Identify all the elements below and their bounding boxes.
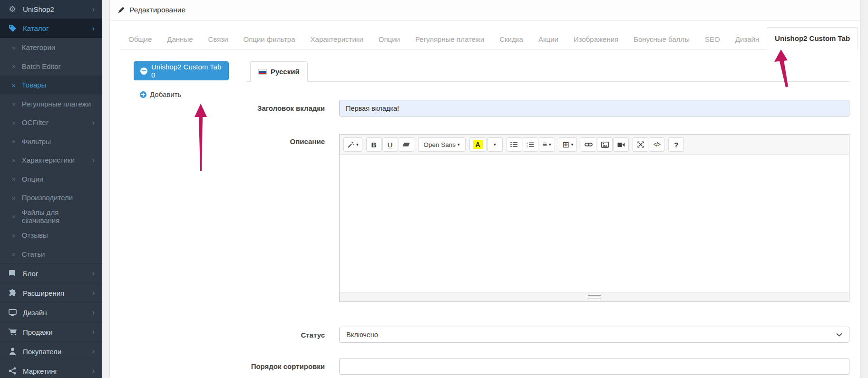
tab-design[interactable]: Дизайн [728, 29, 767, 49]
sidebar-item-catalog[interactable]: Каталог › [0, 19, 102, 38]
status-row: Статус Включено [246, 327, 849, 343]
description-label: Описание [246, 134, 339, 145]
text-color-dropdown-button[interactable]: ▾ [487, 137, 503, 152]
cart-icon [8, 328, 17, 336]
sidebar-item-extensions[interactable]: Расширения › [0, 283, 102, 302]
select-chevron-icon [836, 333, 842, 337]
main-content: Редактирование Общие Данные Связи Опции … [102, 0, 868, 378]
sidebar-item-customers[interactable]: Покупатели › [0, 341, 102, 361]
sidebar-item-filters[interactable]: » Фильтры [0, 132, 102, 151]
sidebar-item-unishop2[interactable]: ⚙ UniShop2 › [0, 0, 102, 19]
help-button[interactable]: ? [668, 137, 684, 152]
rich-text-editor: ▾ B U [339, 134, 849, 302]
double-angle-icon: » [12, 156, 16, 164]
double-angle-icon: » [12, 213, 16, 220]
sidebar-item-design[interactable]: Дизайн › [0, 302, 102, 322]
monitor-icon [8, 309, 17, 316]
bold-button[interactable]: B [366, 137, 382, 152]
russian-flag-icon [258, 69, 267, 75]
font-family-button[interactable]: Open Sans ▾ [418, 137, 466, 152]
sidebar-item-ocfilter[interactable]: » OCFilter › [0, 113, 102, 132]
tab-images[interactable]: Изображения [566, 29, 626, 49]
custom-tab-0-button[interactable]: Unishop2 Custom Tab 0 [134, 61, 229, 80]
tab-general[interactable]: Общие [121, 29, 159, 49]
tab-title-row: Заголовок вкладки [246, 100, 849, 116]
chevron-right-icon: › [92, 156, 95, 164]
sidebar-item-products[interactable]: » Товары [0, 76, 102, 95]
panel-header: Редактирование [110, 0, 860, 20]
unordered-list-button[interactable] [507, 137, 522, 152]
tab-language-russian[interactable]: Русский [250, 61, 308, 82]
tab-filter-options[interactable]: Опции фильтра [236, 29, 303, 49]
sidebar-item-attributes[interactable]: » Характеристики › [0, 151, 102, 170]
tab-reward-points[interactable]: Бонусные баллы [626, 29, 697, 49]
caret-down-icon: ▾ [549, 142, 551, 147]
tab-seo[interactable]: SEO [697, 29, 728, 49]
chevron-right-icon: › [92, 328, 95, 336]
eraser-icon [402, 143, 410, 146]
tab-recurring[interactable]: Регулярные платежи [408, 29, 492, 49]
chevron-right-icon: › [92, 6, 95, 13]
double-angle-icon: » [12, 137, 16, 145]
sidebar-item-downloads[interactable]: » Файлы для скачивания [0, 207, 102, 226]
text-color-button[interactable]: A [469, 137, 487, 152]
product-tabs: Общие Данные Связи Опции фильтра Характе… [121, 27, 849, 49]
tab-title-label: Заголовок вкладки [246, 104, 339, 112]
double-angle-icon: » [12, 44, 16, 51]
code-view-button[interactable]: </> [649, 137, 664, 152]
sidebar-item-articles[interactable]: » Статьи [0, 245, 102, 264]
editor-resize-grip[interactable] [588, 295, 601, 299]
sidebar-item-recurring-payments[interactable]: » Регулярные платежи [0, 95, 102, 114]
sidebar-item-manufacturers[interactable]: » Производители [0, 188, 102, 207]
status-select[interactable]: Включено [339, 327, 849, 343]
book-icon [8, 270, 17, 277]
double-angle-icon: » [12, 250, 16, 258]
insert-video-button[interactable] [613, 137, 629, 152]
sidebar-item-options[interactable]: » Опции [0, 170, 102, 189]
sidebar-item-batch-editor[interactable]: » Batch Editor [0, 57, 102, 76]
chevron-right-icon: › [92, 270, 95, 277]
paragraph-align-button[interactable]: ≡ ▾ [539, 137, 555, 152]
sidebar-item-categories[interactable]: » Категории [0, 38, 102, 57]
ordered-list-button[interactable]: 12 [523, 137, 538, 152]
underline-button[interactable]: U [382, 137, 398, 152]
edit-panel: Редактирование Общие Данные Связи Опции … [109, 0, 861, 378]
tab-special[interactable]: Акции [531, 29, 566, 49]
tab-title-input[interactable] [339, 100, 849, 116]
table-button[interactable]: ⊞ ▾ [559, 137, 577, 152]
insert-link-button[interactable] [581, 137, 596, 152]
tab-attributes[interactable]: Характеристики [303, 29, 371, 49]
sidebar-item-reviews[interactable]: » Отзывы [0, 226, 102, 245]
insert-image-button[interactable] [597, 137, 613, 152]
puzzle-icon [8, 289, 17, 297]
caret-down-icon: ▾ [494, 142, 496, 147]
share-icon [8, 367, 17, 375]
minus-circle-icon[interactable] [140, 68, 147, 75]
sidebar-item-marketing[interactable]: Маркетинг › [0, 361, 102, 378]
clear-formatting-button[interactable] [399, 137, 414, 152]
svg-text:1: 1 [527, 142, 528, 144]
tab-links[interactable]: Связи [201, 29, 236, 49]
pencil-icon [118, 7, 125, 13]
add-tab-button[interactable]: Добавить [140, 90, 246, 98]
tag-icon [8, 24, 17, 32]
chevron-right-icon: › [92, 25, 95, 32]
editor-toolbar: ▾ B U [340, 135, 849, 155]
custom-tab-content: Unishop2 Custom Tab 0 Добавить Русский [121, 61, 849, 375]
tab-discount[interactable]: Скидка [492, 29, 531, 49]
style-magic-button[interactable]: ▾ [343, 137, 362, 152]
sidebar-item-blog[interactable]: Блог › [0, 263, 102, 283]
tab-options[interactable]: Опции [371, 29, 408, 49]
fullscreen-button[interactable] [633, 137, 648, 152]
sidebar-item-sales[interactable]: Продажи › [0, 322, 102, 341]
tab-unishop2-custom[interactable]: Unishop2 Custom Tab [767, 27, 858, 49]
tab-data[interactable]: Данные [159, 29, 200, 49]
double-angle-icon: » [12, 175, 16, 183]
chevron-right-icon: › [92, 348, 95, 355]
plus-circle-icon [140, 91, 146, 98]
double-angle-icon: » [12, 62, 16, 70]
description-editing-area[interactable] [340, 155, 849, 292]
sort-order-input[interactable] [339, 358, 849, 375]
code-icon: </> [653, 141, 660, 148]
custom-tab-form: Русский Заголовок вкладки Описание [246, 61, 849, 375]
